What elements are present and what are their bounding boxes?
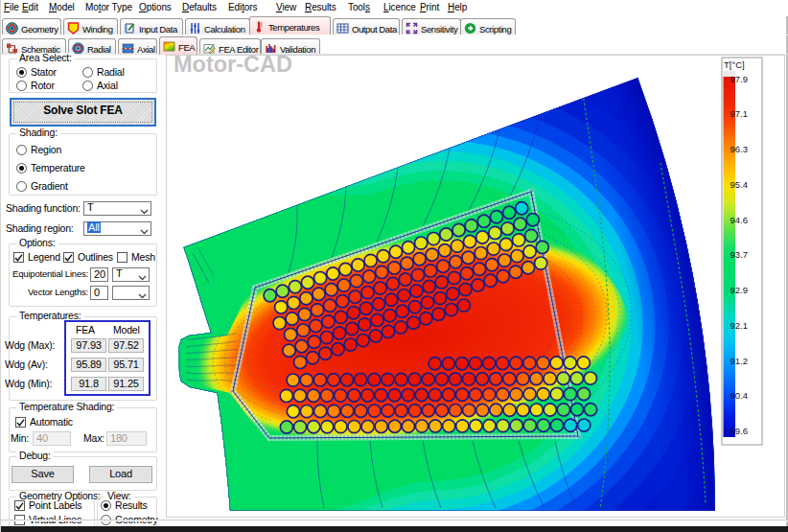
svg-text:93.7: 93.7 (730, 249, 749, 260)
svg-text:95.4: 95.4 (730, 179, 749, 190)
svg-text:90.4: 90.4 (730, 390, 749, 401)
svg-text:T[°C]: T[°C] (724, 59, 745, 70)
svg-text:Motor-CAD: Motor-CAD (174, 55, 292, 77)
svg-text:91.2: 91.2 (730, 356, 749, 366)
svg-text:92.1: 92.1 (730, 320, 749, 331)
svg-text:96.3: 96.3 (730, 144, 749, 154)
svg-text:89.6: 89.6 (730, 426, 749, 436)
svg-text:92.9: 92.9 (730, 285, 749, 295)
svg-text:97.9: 97.9 (730, 74, 749, 84)
svg-text:94.6: 94.6 (730, 215, 749, 225)
svg-text:97.1: 97.1 (730, 108, 749, 119)
